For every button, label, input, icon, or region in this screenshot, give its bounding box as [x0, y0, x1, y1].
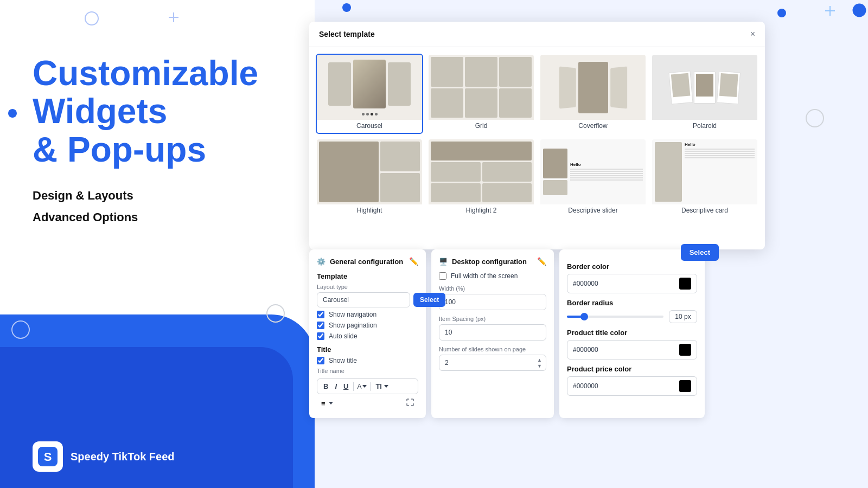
product-title-color-swatch[interactable]: [679, 344, 691, 356]
layout-type-selector: Select: [317, 292, 418, 307]
border-color-input[interactable]: [573, 280, 675, 287]
template-item-highlight[interactable]: Highlight: [316, 138, 423, 219]
desktop-icon: 🖥️: [439, 258, 448, 266]
panel-general-config: ⚙️ General configuration ✏️ Template Lay…: [309, 249, 426, 418]
down-arrow[interactable]: ▼: [537, 363, 542, 369]
full-width-checkbox[interactable]: [439, 272, 446, 280]
desktop-edit-icon[interactable]: ✏️: [537, 257, 546, 266]
panel-general-header-left: ⚙️ General configuration: [317, 258, 403, 266]
expand-icon[interactable]: [406, 399, 414, 408]
slides-arrows: ▲ ▼: [537, 357, 542, 369]
product-price-color-label: Product price color: [567, 365, 697, 373]
deco-dot-left: [8, 108, 17, 118]
template-item-carousel[interactable]: Carousel: [316, 54, 423, 134]
color-button[interactable]: A: [357, 383, 367, 390]
align-icon[interactable]: ≡: [321, 400, 326, 408]
product-price-color-input[interactable]: [573, 382, 675, 390]
modal-close-button[interactable]: ×: [750, 29, 755, 39]
deco-circle-top-right-2: [805, 108, 825, 128]
item-spacing-label: Item Spacing (px): [439, 316, 546, 322]
logo-text: Speedy TikTok Feed: [71, 451, 175, 463]
product-price-color-swatch[interactable]: [679, 380, 691, 392]
svg-point-10: [806, 110, 824, 127]
toolbar-divider: [353, 382, 354, 391]
slides-input[interactable]: [439, 355, 546, 371]
full-width-label: Full width of the screen: [451, 272, 518, 280]
panel-general-header: ⚙️ General configuration ✏️: [317, 257, 418, 266]
italic-button[interactable]: I: [333, 381, 339, 391]
border-radius-value: 10 px: [669, 310, 697, 323]
border-radius-slider-track[interactable]: [567, 316, 663, 318]
product-title-color-input[interactable]: [573, 346, 675, 354]
layout-select-button[interactable]: Select: [413, 293, 445, 307]
modal-title: Select template: [319, 30, 375, 38]
svg-text:S: S: [44, 450, 52, 464]
logo-area: S Speedy TikTok Feed: [33, 441, 175, 472]
show-pagination-row: Show pagination: [317, 322, 418, 329]
right-select-button[interactable]: Select: [681, 244, 719, 261]
panel-right-config: Select Border color Border radius 10 px …: [559, 249, 705, 418]
deco-dot-top-right: [777, 8, 787, 18]
underline-button[interactable]: U: [342, 381, 350, 391]
template-label-descriptive-card: Descriptive card: [652, 204, 757, 217]
show-title-checkbox[interactable]: [317, 357, 324, 364]
template-item-polaroid[interactable]: Polaroid: [651, 54, 758, 134]
template-item-highlight2[interactable]: Highlight 2: [427, 138, 535, 219]
template-label-carousel: Carousel: [317, 120, 422, 133]
deco-plus-top-right: [825, 5, 835, 16]
panel-desktop-header: 🖥️ Desktop configuration ✏️: [439, 257, 546, 266]
template-thumb-carousel: [317, 55, 422, 120]
title-name-label: Title name: [317, 368, 418, 374]
template-label-polaroid: Polaroid: [652, 120, 757, 133]
template-label-highlight2: Highlight 2: [429, 204, 534, 217]
show-title-row: Show title: [317, 357, 418, 364]
templates-grid: Carousel Grid: [309, 47, 765, 225]
hero-subtitle: Design & Layouts Advanced Options: [33, 185, 258, 228]
auto-slide-label: Auto slide: [329, 332, 358, 340]
border-color-row: [567, 274, 697, 293]
show-title-label: Show title: [329, 357, 357, 364]
up-arrow[interactable]: ▲: [537, 357, 542, 363]
svg-point-9: [853, 4, 866, 17]
width-label: Width (%): [439, 285, 546, 292]
svg-point-6: [777, 9, 786, 17]
show-navigation-row: Show navigation: [317, 311, 418, 318]
template-thumb-grid: [429, 55, 534, 120]
edit-icon[interactable]: ✏️: [409, 257, 418, 266]
slides-input-wrapper: ▲ ▼: [439, 355, 546, 371]
size-button[interactable]: TI: [374, 381, 390, 391]
show-pagination-checkbox[interactable]: [317, 322, 324, 329]
layout-type-input[interactable]: [317, 292, 410, 307]
border-radius-label: Border radius: [567, 299, 697, 307]
product-price-color-row: [567, 376, 697, 396]
panels-container: ⚙️ General configuration ✏️ Template Lay…: [309, 249, 765, 418]
template-label-highlight: Highlight: [317, 204, 422, 217]
template-label-descriptive-slider: Descriptive slider: [540, 204, 646, 217]
border-color-swatch[interactable]: [679, 278, 691, 290]
deco-plus-top: [168, 12, 179, 23]
deco-circle-top-left: [84, 11, 99, 26]
border-radius-slider-thumb[interactable]: [580, 313, 588, 320]
title-toolbar: B I U A TI: [317, 378, 418, 394]
bold-button[interactable]: B: [322, 381, 330, 391]
product-title-color-row: [567, 340, 697, 359]
svg-point-4: [12, 321, 29, 338]
template-item-descriptive-card[interactable]: Hello Descriptive card: [651, 138, 758, 219]
svg-point-5: [267, 305, 284, 322]
svg-point-0: [85, 12, 98, 25]
item-spacing-input[interactable]: [439, 324, 546, 341]
title-section-label: Title: [317, 345, 418, 354]
deco-dot-center-top: [342, 3, 352, 12]
select-template-modal: Select template ×: [309, 22, 765, 249]
auto-slide-checkbox[interactable]: [317, 332, 324, 340]
template-item-coverflow[interactable]: Coverflow: [539, 54, 647, 134]
svg-point-11: [342, 3, 351, 12]
show-navigation-checkbox[interactable]: [317, 311, 324, 318]
gear-icon: ⚙️: [317, 258, 326, 266]
deco-circle-right: [266, 304, 285, 323]
width-input[interactable]: [439, 294, 546, 310]
border-radius-slider-fill: [567, 316, 582, 318]
template-item-descriptive-slider[interactable]: Hello Descriptive slider: [539, 138, 647, 219]
template-item-grid[interactable]: Grid: [427, 54, 535, 134]
section-template-label: Template: [317, 272, 418, 280]
